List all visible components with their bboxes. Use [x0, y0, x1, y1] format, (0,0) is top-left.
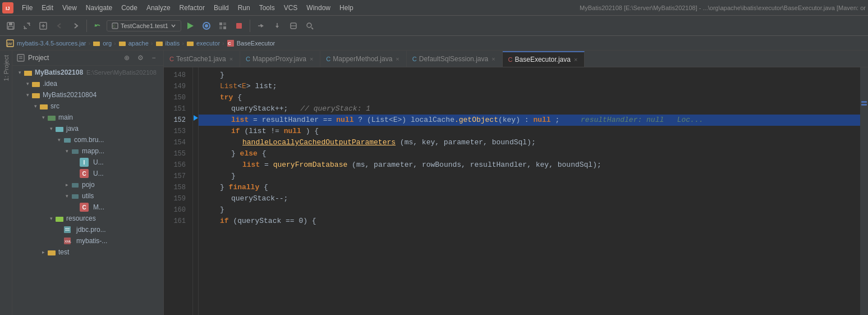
- tree-arrow: ▸: [39, 248, 47, 256]
- toolbar-coverage-btn[interactable]: [215, 19, 230, 33]
- sidebar-header: Project ⊕ ⚙ −: [12, 51, 163, 66]
- toolbar-step-into-btn[interactable]: [270, 19, 284, 33]
- svg-rect-29: [187, 42, 194, 46]
- tab-close-btn[interactable]: ×: [309, 55, 314, 63]
- toolbar-debug-btn[interactable]: [199, 19, 214, 33]
- menu-window[interactable]: Window: [302, 3, 334, 13]
- code-editor[interactable]: 148 149 150 151 152 153 154 155 156 157 …: [164, 67, 868, 315]
- test-folder-icon: [47, 248, 56, 257]
- tree-item-src[interactable]: ▾ src: [12, 101, 163, 112]
- toolbar-new-btn[interactable]: [36, 19, 50, 33]
- menu-edit[interactable]: Edit: [38, 3, 57, 13]
- menu-help[interactable]: Help: [336, 3, 357, 13]
- tree-label: main: [58, 113, 73, 121]
- toolbar-save-btn[interactable]: [3, 19, 18, 33]
- breadcrumb-baseexecutor[interactable]: BaseExecutor: [237, 40, 275, 47]
- code-line-158: } finally {: [199, 182, 860, 193]
- toolbar-back-btn[interactable]: [52, 19, 67, 33]
- code-line-150: try {: [199, 92, 860, 103]
- tab-mapperproxy[interactable]: C MapperProxy.java ×: [240, 51, 320, 67]
- tab-label: DefaultSqlSession.java: [419, 55, 488, 63]
- menu-view[interactable]: View: [58, 3, 81, 13]
- tree-label: test: [58, 248, 69, 256]
- toolbar-sync-btn[interactable]: [20, 19, 34, 33]
- toolbar-undo-btn[interactable]: [90, 19, 105, 33]
- package-icon: [71, 191, 80, 200]
- tree-arrow: ▾: [55, 136, 63, 144]
- tree-item-utils[interactable]: ▾ utils: [12, 190, 163, 202]
- tab-close-btn[interactable]: ×: [228, 55, 234, 63]
- breadcrumb-jar[interactable]: mybatis-3.4.5-sources.jar: [17, 40, 86, 47]
- menu-file[interactable]: File: [18, 3, 36, 13]
- tree-item-class-m[interactable]: C M...: [12, 202, 163, 213]
- toolbar-stop-btn[interactable]: [232, 19, 246, 33]
- line-num-160: 160: [164, 204, 188, 216]
- toolbar-run-btn[interactable]: [183, 19, 198, 33]
- menu-analyze[interactable]: Analyze: [143, 3, 174, 13]
- tree-item-resources[interactable]: ▾ resources: [12, 213, 163, 224]
- svg-rect-45: [72, 183, 79, 188]
- sidebar-options-btn[interactable]: ⚙: [135, 53, 145, 63]
- tab-testcache1[interactable]: C TestCache1.java ×: [164, 51, 240, 67]
- tree-arrow: ▾: [24, 91, 31, 99]
- menu-navigate[interactable]: Navigate: [82, 3, 116, 13]
- tree-label: jdbc.pro...: [76, 226, 106, 234]
- tree-item-java[interactable]: ▾ java: [12, 123, 163, 134]
- sidebar-minimize-btn[interactable]: −: [149, 53, 159, 63]
- svg-point-12: [205, 24, 208, 28]
- menu-vcs[interactable]: VCS: [280, 3, 302, 13]
- folder-icon: [31, 79, 40, 88]
- tree-label: U...: [93, 170, 104, 177]
- breadcrumb-ibatis[interactable]: ibatis: [166, 40, 180, 47]
- tree-item-jdbc[interactable]: jdbc.pro...: [12, 224, 163, 235]
- toolbar: C TestCache1.test1: [0, 16, 868, 36]
- run-config-name: TestCache1.test1: [121, 22, 168, 29]
- line-num-151: 151: [164, 103, 188, 115]
- code-content[interactable]: } List<E> list; try {: [199, 67, 860, 315]
- toolbar-forward-btn[interactable]: [68, 19, 83, 33]
- tree-item-combru[interactable]: ▾ com.bru...: [12, 134, 163, 145]
- breadcrumb-org[interactable]: org: [103, 40, 112, 47]
- tree-item-mapper[interactable]: ▾ mapp...: [12, 145, 163, 157]
- toolbar-settings-btn[interactable]: [286, 19, 301, 33]
- package-icon: [63, 135, 72, 144]
- breadcrumb-executor[interactable]: executor: [196, 40, 220, 47]
- svg-text:C: C: [228, 41, 231, 46]
- svg-rect-14: [223, 22, 226, 25]
- folder-icon: [31, 90, 40, 99]
- sidebar-add-btn[interactable]: ⊕: [122, 53, 132, 63]
- tree-item-idea[interactable]: ▾ .idea: [12, 78, 163, 89]
- tree-item-root[interactable]: ▾ MyBatis202108 E:\Server\MyBatis202108: [12, 67, 163, 78]
- line-numbers: 148 149 150 151 152 153 154 155 156 157 …: [164, 67, 193, 315]
- tree-item-interface-u1[interactable]: I U...: [12, 157, 163, 168]
- tree-item-main[interactable]: ▾ main: [12, 112, 163, 123]
- toolbar-step-over-btn[interactable]: [254, 19, 268, 33]
- tab-baseexecutor[interactable]: C BaseExecutor.java ×: [503, 51, 585, 67]
- tab-close-btn[interactable]: ×: [490, 55, 496, 63]
- menu-run[interactable]: Run: [234, 3, 254, 13]
- run-config-selector[interactable]: C TestCache1.test1: [107, 20, 181, 31]
- menu-tools[interactable]: Tools: [255, 3, 279, 13]
- svg-rect-46: [72, 194, 79, 199]
- breadcrumb-apache[interactable]: apache: [128, 40, 149, 47]
- tree-item-mybatis20210804[interactable]: ▾ MyBatis20210804: [12, 89, 163, 101]
- tab-defaultsqlsession[interactable]: C DefaultSqlSession.java ×: [407, 51, 503, 67]
- tree-arrow: ▾: [31, 102, 39, 110]
- xml-file-icon: XML: [63, 236, 72, 245]
- scroll-gutter[interactable]: [860, 67, 868, 315]
- menu-code[interactable]: Code: [117, 3, 141, 13]
- tree-item-pojo[interactable]: ▸ pojo: [12, 179, 163, 190]
- menu-build[interactable]: Build: [210, 3, 233, 13]
- tree-arrow: ▾: [63, 192, 71, 200]
- tree-item-test[interactable]: ▸ test: [12, 246, 163, 258]
- code-line-151: queryStack++; // queryStack: 1: [199, 103, 860, 115]
- svg-text:C: C: [113, 24, 116, 28]
- tab-close-btn[interactable]: ×: [394, 55, 400, 63]
- tab-mappermethod[interactable]: C MapperMethod.java ×: [320, 51, 406, 67]
- tree-item-mybatis-xml[interactable]: XML mybatis-...: [12, 235, 163, 246]
- toolbar-search-btn[interactable]: [302, 19, 317, 33]
- project-panel-label[interactable]: 1: Project: [3, 51, 10, 85]
- menu-refactor[interactable]: Refactor: [176, 3, 209, 13]
- tree-item-class-u2[interactable]: C U...: [12, 168, 163, 179]
- tab-close-btn[interactable]: ×: [573, 56, 578, 63]
